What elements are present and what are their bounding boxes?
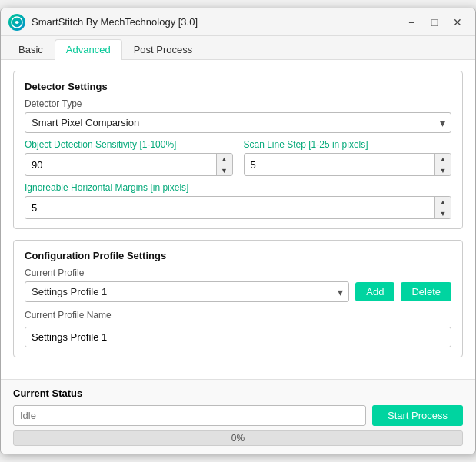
profile-select-wrapper: Settings Profile 1 Settings Profile 2 ▾ xyxy=(25,281,349,302)
status-title: Current Status xyxy=(13,387,463,399)
app-logo xyxy=(8,14,25,31)
scanline-input[interactable] xyxy=(245,156,435,174)
status-bar: Current Status Start Process 0% xyxy=(1,379,475,454)
sensitivity-label: Object Detection Sensitivity [1-100%] xyxy=(25,139,233,150)
status-input[interactable] xyxy=(13,405,366,426)
tab-bar: Basic Advanced Post Process xyxy=(1,36,475,60)
profile-select[interactable]: Settings Profile 1 Settings Profile 2 xyxy=(25,281,349,302)
scanline-spinner: ▲ ▼ xyxy=(244,153,452,176)
add-profile-button[interactable]: Add xyxy=(355,282,394,301)
delete-profile-button[interactable]: Delete xyxy=(401,282,451,301)
window-title: SmartStitch By MechTechnology [3.0] xyxy=(32,16,401,28)
scanline-group: Scan Line Step [1-25 in pixels] ▲ ▼ xyxy=(244,139,452,176)
scanline-spinner-buttons: ▲ ▼ xyxy=(434,154,451,175)
margins-group: Ignoreable Horizontal Margins [in pixels… xyxy=(25,182,451,219)
margins-spinner: ▲ ▼ xyxy=(25,196,451,219)
margins-up-button[interactable]: ▲ xyxy=(435,197,451,208)
title-bar: SmartStitch By MechTechnology [3.0] − □ … xyxy=(1,8,475,36)
app-window: SmartStitch By MechTechnology [3.0] − □ … xyxy=(0,8,476,454)
scanline-down-button[interactable]: ▼ xyxy=(435,165,451,175)
tab-advanced[interactable]: Advanced xyxy=(55,39,122,60)
margins-down-button[interactable]: ▼ xyxy=(435,208,451,218)
sensitivity-up-button[interactable]: ▲ xyxy=(217,154,232,165)
sensitivity-input[interactable] xyxy=(25,156,216,174)
window-controls: − □ ✕ xyxy=(401,15,468,30)
detector-type-select[interactable]: Smart Pixel Comparsion Edge Detection Co… xyxy=(25,112,451,133)
main-content: Detector Settings Detector Type Smart Pi… xyxy=(1,60,475,379)
profile-name-label: Current Profile Name xyxy=(25,310,451,321)
profile-name-input[interactable] xyxy=(25,327,451,347)
config-profile-title: Configuration Profile Settings xyxy=(25,250,451,261)
scanline-up-button[interactable]: ▲ xyxy=(435,154,451,165)
sensitivity-spinner-buttons: ▲ ▼ xyxy=(216,154,232,175)
profile-select-row: Settings Profile 1 Settings Profile 2 ▾ … xyxy=(25,281,451,302)
profile-name-group: Current Profile Name xyxy=(25,310,451,347)
tab-basic[interactable]: Basic xyxy=(7,39,55,60)
progress-label: 0% xyxy=(14,433,462,444)
sensitivity-scanline-row: Object Detection Sensitivity [1-100%] ▲ … xyxy=(25,139,451,176)
detector-settings-title: Detector Settings xyxy=(25,81,451,92)
status-row: Start Process xyxy=(13,405,463,426)
config-profile-section: Configuration Profile Settings Current P… xyxy=(13,240,463,357)
close-button[interactable]: ✕ xyxy=(448,15,468,30)
detector-type-wrapper: Smart Pixel Comparsion Edge Detection Co… xyxy=(25,112,451,133)
minimize-button[interactable]: − xyxy=(401,15,421,30)
maximize-button[interactable]: □ xyxy=(424,15,444,30)
sensitivity-down-button[interactable]: ▼ xyxy=(217,165,232,175)
margins-spinner-buttons: ▲ ▼ xyxy=(434,197,451,218)
detector-type-label: Detector Type xyxy=(25,98,451,109)
tab-post-process[interactable]: Post Process xyxy=(122,39,205,60)
scanline-label: Scan Line Step [1-25 in pixels] xyxy=(244,139,452,150)
margins-label: Ignoreable Horizontal Margins [in pixels… xyxy=(25,182,451,193)
current-profile-label: Current Profile xyxy=(25,268,451,278)
start-process-button[interactable]: Start Process xyxy=(372,405,463,426)
progress-bar-container: 0% xyxy=(13,430,463,446)
sensitivity-group: Object Detection Sensitivity [1-100%] ▲ … xyxy=(25,139,233,176)
margins-input[interactable] xyxy=(25,199,434,217)
sensitivity-spinner: ▲ ▼ xyxy=(25,153,233,176)
detector-settings-section: Detector Settings Detector Type Smart Pi… xyxy=(13,71,463,229)
